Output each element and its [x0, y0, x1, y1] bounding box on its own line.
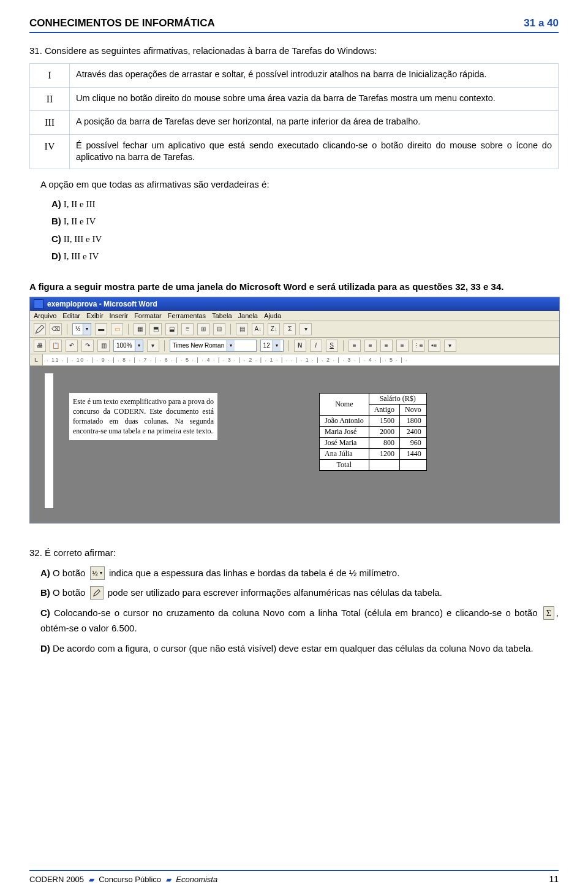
line-weight-combo[interactable]: ½▾ [72, 323, 91, 335]
redo-icon[interactable]: ↷ [81, 340, 94, 352]
bullet-icon: ▰ [166, 875, 172, 884]
th-antigo: Antigo [369, 404, 399, 415]
question-range: 31 a 40 [524, 17, 559, 29]
insert-table-icon[interactable]: ▦ [134, 323, 146, 335]
option-a: A)I, II e III [51, 196, 559, 213]
statement-text: É possível fechar um aplicativo que está… [70, 134, 559, 169]
menu-arquivo[interactable]: Arquivo [34, 312, 56, 319]
table-row: Ana Júlia12001440 [320, 448, 427, 459]
chevron-down-icon[interactable]: ▾ [147, 340, 159, 352]
word-titlebar: exemploprova - Microsoft Word [30, 297, 559, 311]
distribute-cols-icon[interactable]: ⊟ [213, 323, 225, 335]
undo-icon[interactable]: ↶ [66, 340, 78, 352]
italic-button[interactable]: I [310, 340, 322, 352]
bold-button[interactable]: N [294, 340, 306, 352]
chevron-down-icon[interactable]: ▾ [300, 323, 312, 335]
menu-tabela[interactable]: Tabela [212, 312, 232, 319]
menu-janela[interactable]: Janela [238, 312, 258, 319]
roman-numeral: II [30, 87, 70, 111]
option-a: A) O botão ½▾ indica que a espessura das… [40, 566, 559, 581]
separator [164, 340, 165, 351]
table-row: III A posição da barra de Tarefas deve s… [30, 111, 559, 135]
table-row: II Um clique no botão direito do mouse s… [30, 87, 559, 111]
figure-intro: A figura a seguir mostra parte de uma ja… [29, 280, 559, 293]
menu-ferramentas[interactable]: Ferramentas [168, 312, 206, 319]
word-title: exemploprova - Microsoft Word [47, 300, 157, 308]
paste-icon[interactable]: 📋 [50, 340, 62, 352]
th-novo: Novo [400, 404, 427, 415]
distribute-rows-icon[interactable]: ⊞ [197, 323, 209, 335]
sort-asc-icon[interactable]: A↓ [252, 323, 264, 335]
q32-lead: 32. É correto afirmar: [29, 546, 559, 561]
font-size-combo[interactable]: 12▾ [260, 340, 284, 352]
sort-desc-icon[interactable]: Z↓ [268, 323, 280, 335]
eraser-icon[interactable]: ⌫ [50, 323, 62, 335]
align-left-icon[interactable]: ≡ [349, 340, 361, 352]
word-window: exemploprova - Microsoft Word Arquivo Ed… [29, 297, 560, 524]
chevron-down-icon[interactable]: ▾ [444, 340, 456, 352]
th-nome: Nome [320, 393, 369, 415]
underline-button[interactable]: S [326, 340, 338, 352]
table-row: IV É possível fechar um aplicativo que e… [30, 134, 559, 169]
option-c: C)II, III e IV [51, 230, 559, 248]
separator [67, 324, 67, 335]
footer-exam: Concurso Público [99, 875, 161, 884]
ruler-numbers: · 11 · | · 10 · | · 9 · | · 8 · | · 7 · … [43, 357, 559, 363]
menu-ajuda[interactable]: Ajuda [264, 312, 281, 319]
align-center-icon[interactable]: ≡ [364, 340, 377, 352]
vertical-ruler [45, 373, 53, 508]
zoom-combo[interactable]: 100%▾ [113, 340, 143, 352]
table-row: Maria José20002400 [320, 426, 427, 437]
split-cells-icon[interactable]: ⬓ [165, 323, 178, 335]
fill-color-icon[interactable]: ▭ [111, 323, 123, 335]
align-right-icon[interactable]: ≡ [380, 340, 393, 352]
menu-inserir[interactable]: Inserir [110, 312, 129, 319]
numbering-icon[interactable]: ⋮≡ [412, 340, 424, 352]
line-weight-button-icon: ½▾ [90, 566, 105, 580]
option-d: D)I, III e IV [51, 248, 559, 265]
footer-org: CODERN 2005 [29, 875, 84, 884]
sample-paragraph: Este é um texto exemplificativo para a p… [69, 393, 217, 440]
word-app-icon [34, 299, 43, 309]
table-row-total: Total [320, 459, 427, 470]
border-color-icon[interactable]: ▬ [95, 323, 107, 335]
align-icon[interactable]: ≡ [181, 323, 194, 335]
font-combo[interactable]: Times New Roman▾ [170, 340, 257, 352]
word-toolbar-2: 🖶 📋 ↶ ↷ ▥ 100%▾ ▾ Times New Roman▾ 12▾ N… [30, 338, 559, 354]
print-icon[interactable]: 🖶 [34, 340, 46, 352]
table-row: I Através das operações de arrastar e so… [30, 64, 559, 88]
th-salario: Salário (R$) [369, 393, 426, 404]
separator [230, 324, 231, 335]
option-d: D) De acordo com a figura, o cursor (que… [40, 641, 559, 657]
q31-stem: A opção em que todas as afirmativas são … [40, 178, 559, 191]
merge-cells-icon[interactable]: ⬒ [149, 323, 162, 335]
option-b: B) O botão pode ser utilizado para escre… [40, 585, 559, 601]
menu-formatar[interactable]: Formatar [134, 312, 162, 319]
word-toolbar-1: ⌫ ½▾ ▬ ▭ ▦ ⬒ ⬓ ≡ ⊞ ⊟ ▤ A↓ Z↓ Σ ▾ [30, 321, 559, 338]
menu-exibir[interactable]: Exibir [86, 312, 104, 319]
pencil-button-icon [90, 586, 104, 600]
q31-options: A)I, II e III B)I, II e IV C)II, III e I… [51, 196, 559, 265]
word-menubar[interactable]: Arquivo Editar Exibir Inserir Formatar F… [30, 311, 559, 321]
separator [128, 324, 129, 335]
pencil-icon[interactable] [34, 323, 46, 335]
sigma-button-icon: Σ [543, 606, 554, 620]
justify-icon[interactable]: ≡ [396, 340, 409, 352]
separator [343, 340, 344, 351]
table-autoformat-icon[interactable]: ▤ [236, 323, 248, 335]
menu-editar[interactable]: Editar [62, 312, 80, 319]
statement-text: Através das operações de arrastar e solt… [70, 64, 559, 88]
tab-selector[interactable]: L [30, 354, 43, 365]
horizontal-ruler: L · 11 · | · 10 · | · 9 · | · 8 · | · 7 … [30, 354, 559, 366]
table-row: José Maria800960 [320, 437, 427, 448]
separator [288, 340, 289, 351]
autosum-icon[interactable]: Σ [284, 323, 296, 335]
page-footer: CODERN 2005 ▰ Concurso Público ▰ Economi… [29, 870, 559, 884]
q31-lead: 31. Considere as seguintes afirmativas, … [29, 44, 559, 57]
table-row: João Antonio15001800 [320, 415, 427, 426]
header-rule [29, 32, 559, 33]
option-c: C) Colocando-se o cursor no cruzamento d… [40, 606, 559, 636]
statement-text: Um clique no botão direito do mouse sobr… [70, 87, 559, 111]
bullets-icon[interactable]: •≡ [428, 340, 440, 352]
columns-icon[interactable]: ▥ [97, 340, 110, 352]
